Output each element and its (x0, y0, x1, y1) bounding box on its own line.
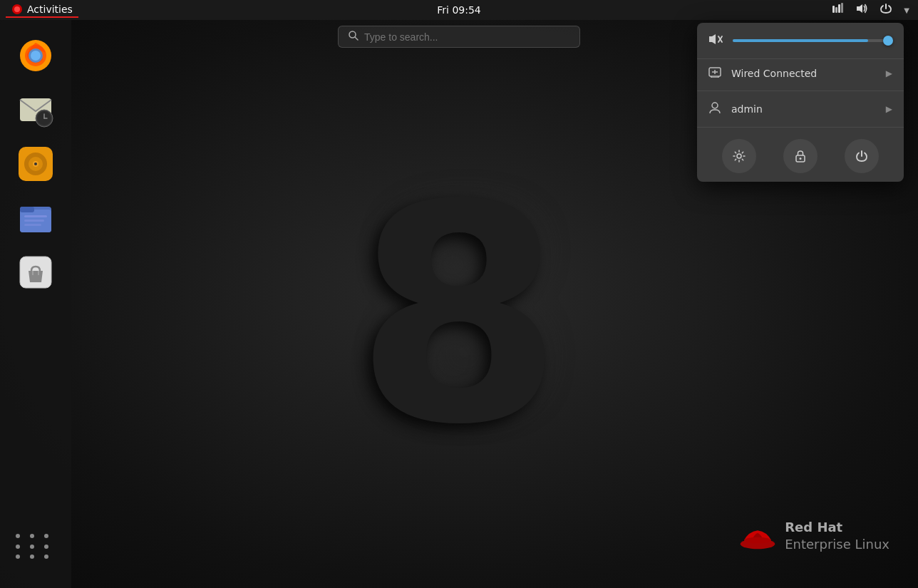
wired-arrow-icon: ▶ (886, 68, 892, 78)
search-bar[interactable] (338, 26, 580, 48)
menu-divider-1 (697, 91, 904, 91)
menu-actions-row (697, 130, 904, 182)
dock-show-applications[interactable] (11, 528, 60, 577)
svg-marker-8 (857, 4, 862, 13)
svg-point-24 (34, 163, 37, 165)
volume-slider-fill (733, 39, 868, 42)
svg-rect-28 (24, 215, 47, 217)
svg-point-3 (14, 6, 20, 12)
svg-marker-35 (709, 34, 716, 44)
svg-rect-4 (832, 6, 835, 13)
sound-icon (17, 145, 54, 182)
network-status-icon[interactable] (828, 1, 847, 19)
files-icon (17, 200, 54, 237)
dock-item-sound[interactable] (11, 140, 60, 188)
dock-item-firefox[interactable] (11, 31, 60, 80)
search-icon (349, 31, 359, 43)
svg-rect-7 (841, 3, 843, 13)
menu-item-wired[interactable]: Wired Connected ▶ (697, 59, 904, 88)
volume-control-row (697, 23, 904, 59)
activities-label: Activities (27, 4, 73, 15)
svg-point-44 (712, 103, 718, 108)
svg-rect-29 (24, 220, 44, 222)
power-status-icon[interactable] (877, 1, 895, 19)
svg-rect-30 (24, 224, 41, 226)
volume-slider[interactable] (733, 39, 892, 42)
dropdown-arrow-icon[interactable]: ▼ (901, 5, 912, 16)
search-bar-container (338, 26, 580, 48)
lock-button[interactable] (783, 139, 818, 173)
menu-item-user[interactable]: admin ▶ (697, 94, 904, 124)
topbar: Activities Fri 09:54 (0, 0, 918, 20)
volume-mute-icon[interactable] (708, 33, 726, 48)
user-label: admin (731, 103, 763, 115)
redhat-brand-text: Red Hat Enterprise Linux (785, 519, 889, 552)
mail-icon (17, 91, 54, 128)
user-arrow-icon: ▶ (886, 104, 892, 114)
svg-point-45 (737, 154, 741, 158)
redhat-hat-icon (739, 520, 776, 552)
menu-divider-2 (697, 127, 904, 128)
dock-item-files[interactable] (11, 194, 60, 242)
settings-button[interactable] (722, 139, 756, 173)
user-icon (708, 101, 723, 117)
rhel-version-number: 8 (355, 166, 563, 465)
wired-network-icon (708, 66, 723, 81)
power-button[interactable] (845, 139, 879, 173)
topbar-left: Activities (6, 2, 78, 18)
redhat-activities-icon (11, 4, 23, 15)
firefox-icon (17, 37, 54, 74)
dock-item-mail[interactable] (11, 86, 60, 134)
svg-rect-5 (835, 7, 837, 13)
svg-line-10 (355, 37, 358, 40)
topbar-datetime[interactable]: Fri 09:54 (437, 4, 480, 16)
svg-point-1 (744, 537, 771, 543)
activities-button[interactable]: Activities (6, 2, 78, 18)
svg-rect-6 (838, 4, 840, 13)
redhat-logo: Red Hat Enterprise Linux (739, 519, 889, 552)
svg-rect-27 (20, 207, 34, 212)
svg-point-47 (800, 158, 802, 160)
appstore-icon (17, 254, 54, 291)
dock (0, 20, 71, 588)
search-input[interactable] (364, 31, 564, 43)
applications-grid-icon (11, 530, 60, 567)
svg-point-14 (31, 51, 41, 61)
volume-status-icon[interactable] (852, 1, 871, 19)
dock-item-appstore[interactable] (11, 248, 60, 296)
wired-connected-label: Wired Connected (731, 68, 817, 79)
topbar-right: ▼ (828, 1, 912, 19)
volume-slider-thumb (883, 36, 893, 46)
power-icon (855, 149, 869, 163)
system-menu-popup: Wired Connected ▶ admin ▶ (697, 23, 904, 182)
settings-icon (732, 149, 746, 163)
lock-icon (793, 149, 808, 163)
